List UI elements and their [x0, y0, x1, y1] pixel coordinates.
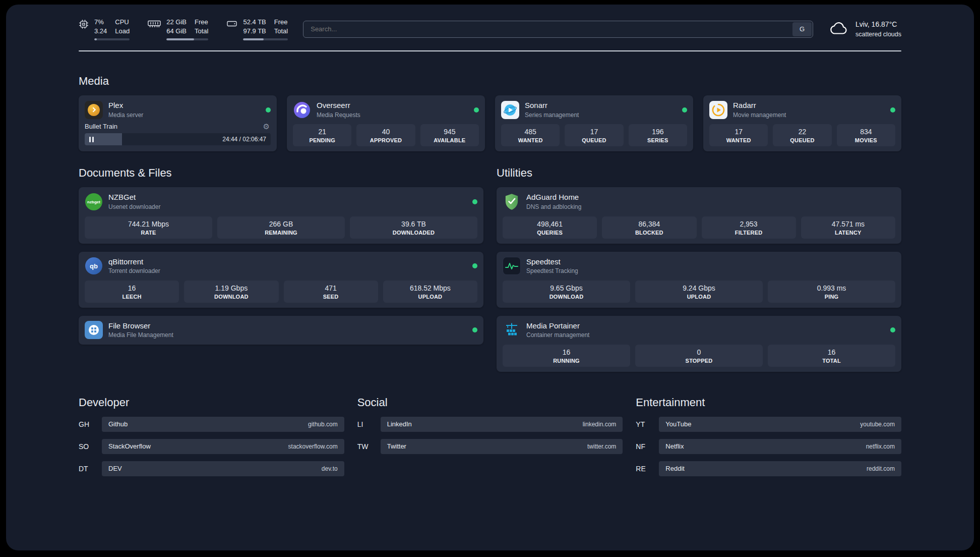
- status-dot: [266, 107, 271, 113]
- ram-total-value: 64 GiB: [166, 27, 187, 36]
- link-abbr: DT: [79, 465, 95, 473]
- app-name: Speedtest: [526, 257, 578, 267]
- plex-card[interactable]: Plex Media server Bullet Train ⚙: [79, 95, 277, 151]
- section-title-documents: Documents & Files: [79, 166, 483, 180]
- stat-filtered: 2,953 FILTERED: [702, 216, 796, 239]
- developer-section: Developer GH Github github.com SO StackO…: [79, 396, 344, 476]
- search-input[interactable]: [303, 25, 792, 33]
- app-name: Plex: [108, 100, 143, 110]
- link-bar-github[interactable]: Github github.com: [102, 417, 344, 432]
- status-dot: [472, 263, 477, 268]
- status-dot: [890, 327, 895, 332]
- ram-icon: [148, 19, 161, 28]
- app-desc: Usenet downloader: [108, 203, 160, 211]
- stat-running: 16 RUNNING: [503, 345, 630, 367]
- stat-wanted: 17 WANTED: [709, 124, 768, 146]
- link-reddit: RE Reddit reddit.com: [636, 461, 901, 476]
- playback-time: 24:44 / 02:06:47: [222, 136, 266, 143]
- link-bar-linkedin[interactable]: LinkedIn linkedin.com: [381, 417, 623, 432]
- search-bar: G: [303, 21, 813, 38]
- stat-seed: 471 SEED: [284, 281, 378, 303]
- disk-usage-bar: [243, 38, 288, 40]
- weather-condition: scattered clouds: [855, 30, 901, 39]
- link-bar-twitter[interactable]: Twitter twitter.com: [381, 439, 623, 454]
- disk-icon: [226, 19, 237, 28]
- status-dot: [472, 327, 477, 332]
- link-bar-stackoverflow[interactable]: StackOverflow stackoverflow.com: [102, 439, 344, 454]
- app-name: Radarr: [733, 100, 786, 110]
- cpu-icon: [79, 19, 89, 29]
- disk-total-label: Total: [274, 27, 288, 36]
- sonarr-card[interactable]: Sonarr Series management 485 WANTED 17 Q…: [495, 95, 693, 151]
- link-bar-reddit[interactable]: Reddit reddit.com: [659, 461, 901, 476]
- link-github: GH Github github.com: [79, 417, 344, 432]
- app-name: Media Portainer: [526, 321, 589, 331]
- nzbget-card[interactable]: nzbget NZBGet Usenet downloader 744.21 M…: [79, 187, 483, 243]
- stat-wanted: 485 WANTED: [501, 124, 560, 146]
- app-name: File Browser: [108, 321, 173, 331]
- stat-pending: 21 PENDING: [293, 124, 351, 146]
- link-stackoverflow: SO StackOverflow stackoverflow.com: [79, 439, 344, 454]
- app-name: Overseerr: [317, 100, 360, 110]
- weather-widget: Lviv, 16.87°C scattered clouds: [828, 19, 901, 38]
- cloud-icon: [828, 21, 849, 38]
- speedtest-icon: [503, 257, 521, 275]
- link-netflix: NF Netflix netflix.com: [636, 439, 901, 454]
- link-bar-dev[interactable]: DEV dev.to: [102, 461, 344, 476]
- link-abbr: RE: [636, 465, 652, 473]
- playback-progress-bar[interactable]: 24:44 / 02:06:47: [85, 133, 271, 145]
- cpu-load-label: Load: [115, 27, 130, 36]
- stat-series: 196 SERIES: [629, 124, 687, 146]
- link-bar-netflix[interactable]: Netflix netflix.com: [659, 439, 901, 454]
- app-desc: Speedtest Tracking: [526, 267, 578, 275]
- adguard-card[interactable]: AdGuard Home DNS and adblocking 498,461 …: [497, 187, 901, 243]
- section-title-media: Media: [79, 75, 901, 88]
- status-dot: [472, 199, 477, 204]
- ram-free-value: 22 GiB: [166, 18, 187, 27]
- topbar-divider: [79, 50, 901, 51]
- app-name: AdGuard Home: [526, 192, 581, 202]
- ram-usage-bar-fill: [166, 38, 194, 40]
- disk-metric: 52.4 TB 97.9 TB Free Total: [226, 18, 288, 40]
- stat-download: 9.65 Gbps DOWNLOAD: [503, 281, 630, 303]
- speedtest-card[interactable]: Speedtest Speedtest Tracking 9.65 Gbps D…: [497, 252, 901, 308]
- overseerr-card[interactable]: Overseerr Media Requests 21 PENDING 40 A…: [287, 95, 485, 151]
- stat-available: 945 AVAILABLE: [420, 124, 479, 146]
- gear-icon[interactable]: ⚙: [263, 123, 270, 130]
- topbar: 7% 3.24 CPU Load: [79, 18, 901, 40]
- app-name: NZBGet: [108, 192, 160, 202]
- stat-downloaded: 39.6 TB DOWNLOADED: [350, 216, 477, 239]
- section-title-social: Social: [357, 396, 623, 409]
- stat-download: 1.19 Gbps DOWNLOAD: [184, 281, 278, 303]
- ram-total-label: Total: [195, 27, 208, 36]
- pause-button[interactable]: [89, 137, 94, 142]
- link-bar-youtube[interactable]: YouTube youtube.com: [659, 417, 901, 432]
- stat-queued: 22 QUEUED: [773, 124, 831, 146]
- stat-total: 16 TOTAL: [768, 345, 895, 367]
- disk-usage-bar-fill: [243, 38, 264, 40]
- section-title-entertainment: Entertainment: [636, 396, 901, 409]
- app-desc: Media Requests: [317, 112, 360, 120]
- status-dot: [682, 107, 687, 113]
- app-name: qBittorrent: [108, 257, 160, 267]
- portainer-card[interactable]: Media Portainer Container management 16 …: [497, 316, 901, 372]
- cpu-usage-label: CPU: [115, 18, 130, 27]
- app-desc: Media server: [108, 112, 143, 120]
- app-name: Sonarr: [525, 100, 579, 110]
- cpu-usage-value: 7%: [94, 18, 107, 27]
- qbittorrent-card[interactable]: qb qBittorrent Torrent downloader 16: [79, 252, 483, 308]
- google-search-button[interactable]: G: [792, 22, 812, 36]
- system-metrics: 7% 3.24 CPU Load: [79, 18, 288, 40]
- cpu-usage-bar-fill: [94, 38, 97, 40]
- cpu-load-value: 3.24: [94, 27, 107, 36]
- radarr-card[interactable]: Radarr Movie management 17 WANTED 22 QUE…: [703, 95, 901, 151]
- link-dev: DT DEV dev.to: [79, 461, 344, 476]
- filebrowser-card[interactable]: File Browser Media File Management: [79, 316, 483, 345]
- sonarr-icon: [501, 101, 519, 119]
- link-abbr: NF: [636, 442, 652, 451]
- app-desc: Series management: [525, 112, 579, 120]
- overseerr-icon: [293, 101, 311, 119]
- ram-usage-bar: [166, 38, 208, 40]
- app-desc: DNS and adblocking: [526, 203, 581, 211]
- dashboard: 7% 3.24 CPU Load: [6, 5, 974, 550]
